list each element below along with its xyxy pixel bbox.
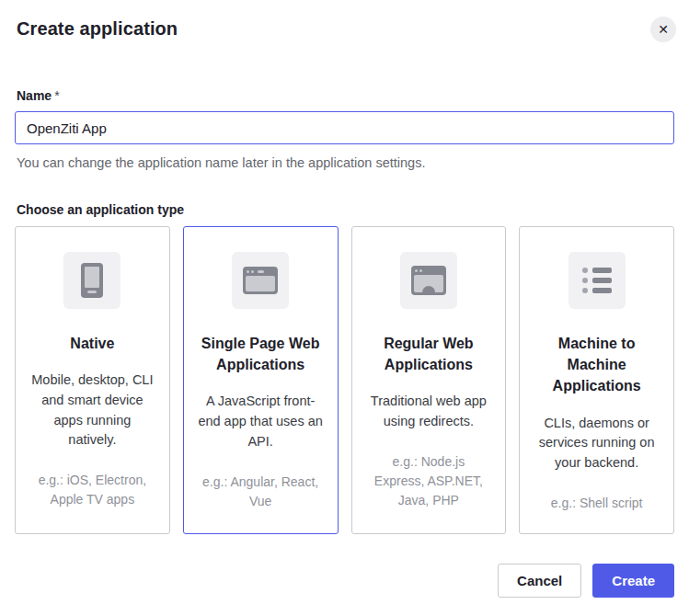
name-section: Name* You can change the application nam… — [15, 88, 674, 170]
card-title: Regular Web Applications — [369, 333, 488, 375]
card-title: Single Page Web Applications — [201, 333, 320, 375]
name-label: Name* — [17, 88, 674, 103]
create-button[interactable]: Create — [592, 564, 674, 598]
card-native[interactable]: Native Mobile, desktop, CLI and smart de… — [15, 226, 170, 534]
mobile-icon — [81, 263, 103, 298]
card-machine-to-machine[interactable]: Machine to Machine Applications CLIs, da… — [519, 226, 674, 534]
card-description: Traditional web app using redirects. — [365, 392, 492, 432]
application-name-input[interactable] — [15, 111, 674, 144]
icon-box — [400, 252, 457, 309]
card-example: e.g.: Angular, React, Vue — [198, 473, 323, 511]
close-button[interactable]: ✕ — [650, 17, 676, 42]
required-marker: * — [54, 88, 59, 103]
name-helper-text: You can change the application name late… — [17, 155, 674, 170]
application-type-cards: Native Mobile, desktop, CLI and smart de… — [15, 226, 674, 534]
card-description: Mobile, desktop, CLI and smart device ap… — [29, 371, 155, 451]
card-title: Native — [32, 333, 152, 354]
card-description: A JavaScript front-end app that uses an … — [197, 392, 324, 451]
create-application-dialog: Create application ✕ Name* You can chang… — [0, 0, 689, 610]
dialog-header: Create application ✕ — [15, 17, 674, 42]
browser-icon — [243, 267, 278, 294]
card-description: CLIs, daemons or services running on you… — [534, 414, 660, 473]
web-server-icon — [411, 266, 446, 295]
card-example: e.g.: Shell script — [534, 494, 660, 513]
icon-box — [63, 252, 121, 309]
dialog-footer: Cancel Create — [15, 564, 674, 598]
application-type-label: Choose an application type — [17, 202, 674, 217]
icon-box — [568, 252, 626, 309]
icon-box — [232, 252, 289, 309]
card-title: Machine to Machine Applications — [537, 333, 657, 397]
card-regular-web[interactable]: Regular Web Applications Traditional web… — [351, 226, 507, 534]
close-icon: ✕ — [658, 23, 669, 36]
cancel-button[interactable]: Cancel — [498, 564, 581, 598]
card-single-page-web[interactable]: Single Page Web Applications A JavaScrip… — [183, 226, 339, 534]
card-example: e.g.: Node.js Express, ASP.NET, Java, PH… — [366, 452, 491, 510]
machine-list-icon — [582, 268, 612, 293]
dialog-title: Create application — [17, 18, 178, 40]
card-example: e.g.: iOS, Electron, Apple TV apps — [29, 471, 155, 509]
